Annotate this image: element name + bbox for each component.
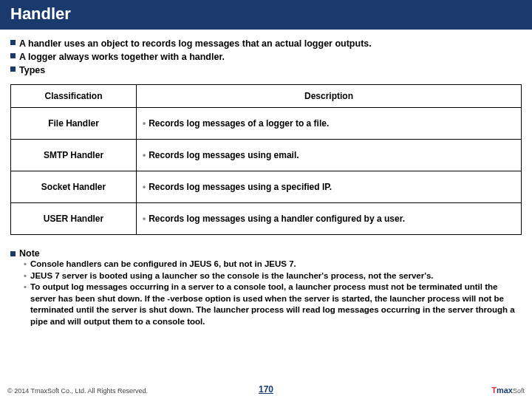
- slide-content: A handler uses an object to records log …: [0, 30, 532, 327]
- cell-classification: Socket Handler: [11, 171, 137, 203]
- dot-bullet-icon: •: [24, 259, 27, 270]
- note-item: •Console handlers can be configured in J…: [24, 259, 522, 270]
- dot-bullet-icon: •: [143, 118, 146, 129]
- table-row: File Handler •Records log messages of a …: [11, 108, 522, 140]
- cell-classification: USER Handler: [11, 203, 137, 235]
- cell-description: •Records log messages using a handler co…: [137, 203, 522, 235]
- cell-description: •Records log messages using email.: [137, 140, 522, 171]
- note-item: •To output log messages occurring in a s…: [24, 282, 522, 327]
- note-text: To output log messages occurring in a se…: [30, 282, 522, 327]
- note-text: Console handlers can be configured in JE…: [30, 259, 296, 270]
- cell-classification: SMTP Handler: [11, 140, 137, 171]
- bullet-text: Types: [19, 64, 45, 77]
- handler-table: Classification Description File Handler …: [10, 84, 522, 235]
- footer: © 2014 TmaxSoft Co., Ltd. All Rights Res…: [0, 383, 532, 395]
- dot-bullet-icon: •: [24, 282, 27, 293]
- bullet-item: A logger always works together with a ha…: [10, 50, 522, 64]
- col-header-description: Description: [137, 85, 522, 108]
- cell-classification: File Handler: [11, 108, 137, 140]
- square-bullet-icon: [10, 66, 16, 72]
- desc-text: Records log messages using a handler con…: [149, 214, 405, 224]
- note-title: Note: [10, 248, 522, 259]
- square-bullet-icon: [10, 40, 16, 45]
- dot-bullet-icon: •: [143, 182, 146, 192]
- logo-soft: Soft: [513, 387, 525, 395]
- bullet-item: A handler uses an object to records log …: [10, 37, 522, 50]
- slide-title: Handler: [0, 0, 532, 30]
- col-header-classification: Classification: [11, 85, 137, 108]
- copyright-text: © 2014 TmaxSoft Co., Ltd. All Rights Res…: [7, 387, 148, 395]
- page-number: 170: [259, 384, 273, 395]
- tmaxsoft-logo: TmaxSoft: [491, 386, 525, 395]
- bullet-item: Types: [10, 64, 522, 77]
- square-bullet-icon: [10, 251, 16, 256]
- bullet-text: A handler uses an object to records log …: [19, 37, 372, 50]
- note-items: •Console handlers can be configured in J…: [10, 259, 522, 327]
- logo-max: max: [497, 386, 513, 395]
- square-bullet-icon: [10, 53, 16, 58]
- table-header-row: Classification Description: [11, 85, 522, 108]
- dot-bullet-icon: •: [24, 270, 27, 282]
- intro-bullets: A handler uses an object to records log …: [10, 37, 522, 77]
- table-row: Socket Handler •Records log messages usi…: [11, 171, 522, 203]
- logo-t: T: [491, 386, 497, 395]
- note-label: Note: [19, 248, 40, 259]
- dot-bullet-icon: •: [143, 214, 146, 224]
- desc-text: Records log messages using a specified I…: [149, 182, 332, 192]
- desc-text: Records log messages of a logger to a fi…: [149, 118, 329, 129]
- cell-description: •Records log messages of a logger to a f…: [137, 108, 522, 140]
- note-section: Note •Console handlers can be configured…: [10, 248, 522, 327]
- note-item: •JEUS 7 server is booted using a launche…: [24, 270, 522, 282]
- table-row: SMTP Handler •Records log messages using…: [11, 140, 522, 171]
- table-row: USER Handler •Records log messages using…: [11, 203, 522, 235]
- cell-description: •Records log messages using a specified …: [137, 171, 522, 203]
- dot-bullet-icon: •: [143, 150, 146, 160]
- note-text: JEUS 7 server is booted using a launcher…: [30, 270, 434, 282]
- desc-text: Records log messages using email.: [149, 150, 299, 160]
- bullet-text: A logger always works together with a ha…: [19, 50, 225, 64]
